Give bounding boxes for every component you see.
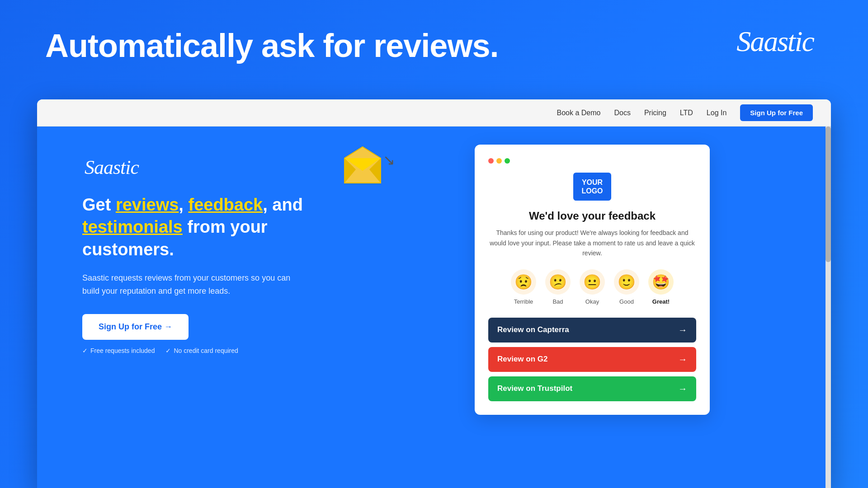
- nav-docs[interactable]: Docs: [614, 109, 630, 117]
- hero-subtext: Saastic requests reviews from your custo…: [82, 272, 299, 298]
- card-description: Thanks for using our product! We're alwa…: [488, 228, 696, 258]
- label-terrible: Terrible: [514, 298, 533, 305]
- logo-top-right: Saastic: [736, 25, 814, 58]
- check-icon-2: ✓: [165, 347, 171, 354]
- headline-text: Automatically ask for reviews.: [45, 28, 498, 64]
- hero-headline: Get reviews, feedback, and testimonials …: [82, 194, 326, 261]
- hero-cta-button[interactable]: Sign Up for Free →: [82, 314, 189, 340]
- emoji-great: 🤩: [648, 269, 674, 295]
- rating-good[interactable]: 🙂 Good: [614, 269, 639, 305]
- review-g2-label: Review on G2: [497, 355, 547, 364]
- label-bad: Bad: [552, 298, 563, 305]
- rating-terrible[interactable]: 😟 Terrible: [511, 269, 536, 305]
- hero-logo: Saastic: [82, 154, 326, 183]
- feedback-card: YOURLOGO We'd love your feedback Thanks …: [475, 145, 710, 415]
- review-trustpilot-arrow: →: [678, 384, 687, 394]
- label-great: Great!: [652, 298, 670, 305]
- browser-navbar: Book a Demo Docs Pricing LTD Log In Sign…: [37, 99, 831, 127]
- browser-content: Saastic Get reviews, feedback, and testi…: [37, 127, 831, 488]
- window-dots: [488, 158, 696, 164]
- headline-reviews: reviews: [116, 195, 179, 214]
- nav-links: Book a Demo Docs Pricing LTD Log In Sign…: [557, 104, 813, 121]
- feature-no-credit-card: ✓ No credit card required: [165, 347, 238, 354]
- dot-yellow: [496, 158, 502, 164]
- label-okay: Okay: [585, 298, 599, 305]
- check-icon-1: ✓: [82, 347, 88, 354]
- hero-right: ↘ YOURLOGO We'd love your feedback: [354, 127, 831, 488]
- nav-login[interactable]: Log In: [707, 109, 726, 117]
- card-header: YOURLOGO: [488, 173, 696, 201]
- browser-window: Book a Demo Docs Pricing LTD Log In Sign…: [37, 99, 831, 488]
- nav-signup-button[interactable]: Sign Up for Free: [740, 104, 813, 121]
- rating-great[interactable]: 🤩 Great!: [648, 269, 674, 305]
- hero-features: ✓ Free requests included ✓ No credit car…: [82, 347, 326, 354]
- nav-book-demo[interactable]: Book a Demo: [557, 109, 600, 117]
- review-buttons: Review on Capterra → Review on G2 → Revi…: [488, 318, 696, 401]
- nav-ltd[interactable]: LTD: [680, 109, 693, 117]
- emoji-good: 🙂: [614, 269, 639, 295]
- review-capterra-arrow: →: [678, 325, 687, 335]
- svg-text:Saastic: Saastic: [85, 156, 140, 178]
- emoji-okay: 😐: [580, 269, 605, 295]
- card-logo: YOURLOGO: [573, 173, 611, 201]
- emoji-bad: 😕: [545, 269, 571, 295]
- hero-left: Saastic Get reviews, feedback, and testi…: [37, 127, 354, 488]
- review-g2-button[interactable]: Review on G2 →: [488, 347, 696, 372]
- headline-feedback: feedback: [188, 195, 263, 214]
- nav-pricing[interactable]: Pricing: [644, 109, 666, 117]
- emoji-ratings: 😟 Terrible 😕 Bad 😐 Okay 🙂 Good: [488, 269, 696, 305]
- dot-red: [488, 158, 494, 164]
- scrollbar-thumb[interactable]: [826, 127, 831, 262]
- label-good: Good: [619, 298, 634, 305]
- card-title: We'd love your feedback: [488, 210, 696, 222]
- rating-okay[interactable]: 😐 Okay: [580, 269, 605, 305]
- review-trustpilot-button[interactable]: Review on Trustpilot →: [488, 376, 696, 401]
- dot-green: [505, 158, 510, 164]
- review-trustpilot-label: Review on Trustpilot: [497, 384, 572, 393]
- rating-bad[interactable]: 😕 Bad: [545, 269, 571, 305]
- scrollbar[interactable]: [826, 127, 831, 488]
- emoji-terrible: 😟: [511, 269, 536, 295]
- feature-free-requests: ✓ Free requests included: [82, 347, 155, 354]
- headline-testimonials: testimonials: [82, 217, 183, 236]
- review-capterra-button[interactable]: Review on Capterra →: [488, 318, 696, 343]
- envelope-icon: [340, 145, 385, 185]
- review-g2-arrow: →: [678, 354, 687, 365]
- review-capterra-label: Review on Capterra: [497, 325, 569, 334]
- top-headline: Automatically ask for reviews.: [45, 27, 498, 64]
